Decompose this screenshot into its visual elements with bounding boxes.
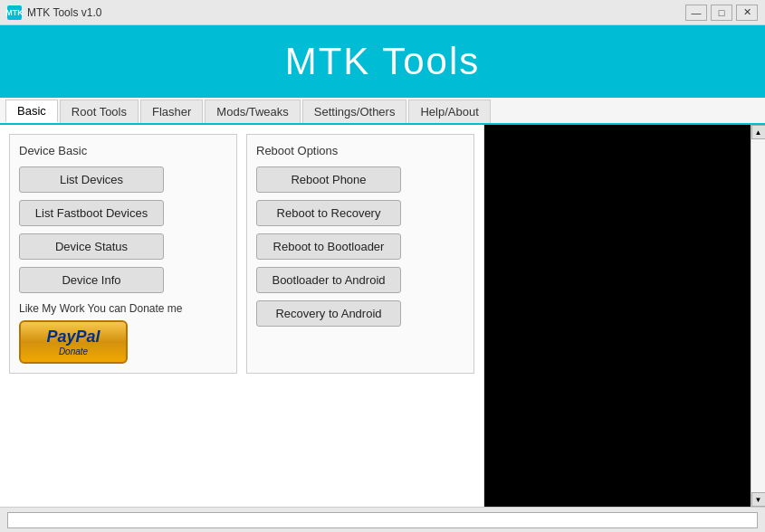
tab-flasher[interactable]: Flasher — [140, 100, 203, 123]
app-header: MTK Tools — [0, 25, 765, 98]
app-icon: MTK — [7, 5, 22, 20]
window-title: MTK Tools v1.0 — [27, 6, 101, 19]
reboot-phone-button[interactable]: Reboot Phone — [256, 166, 401, 193]
tab-mods-tweaks[interactable]: Mods/Tweaks — [205, 100, 300, 123]
paypal-sub: Donate — [33, 347, 113, 356]
paypal-text: PayPal — [33, 328, 113, 347]
donate-section: Like My Work You can Donate me PayPal Do… — [19, 302, 227, 364]
donate-label: Like My Work You can Donate me — [19, 302, 227, 315]
scrollbar-up[interactable]: ▲ — [751, 125, 766, 139]
paypal-donate-button[interactable]: PayPal Donate — [19, 320, 128, 364]
status-input[interactable] — [7, 512, 758, 528]
tab-help-about[interactable]: Help/About — [408, 100, 490, 123]
reboot-options-label: Reboot Options — [256, 144, 464, 157]
device-info-button[interactable]: Device Info — [19, 267, 164, 293]
app-title: MTK Tools — [285, 40, 481, 83]
scrollbar-track[interactable] — [751, 139, 766, 492]
scrollbar: ▲ ▼ — [751, 125, 765, 507]
tab-root-tools[interactable]: Root Tools — [60, 100, 139, 123]
left-panel: Device Basic List Devices List Fastboot … — [0, 125, 484, 507]
tab-settings-others[interactable]: Settings/Others — [302, 100, 407, 123]
status-bar — [0, 507, 765, 532]
tab-basic[interactable]: Basic — [5, 100, 58, 123]
reboot-to-bootloader-button[interactable]: Reboot to Bootloader — [256, 233, 401, 260]
two-col-layout: Device Basic List Devices List Fastboot … — [9, 134, 474, 374]
maximize-button[interactable]: □ — [711, 5, 732, 21]
reboot-options-section: Reboot Options Reboot Phone Reboot to Re… — [246, 134, 474, 374]
output-panel: ▲ ▼ — [484, 125, 765, 507]
list-fastboot-devices-button[interactable]: List Fastboot Devices — [19, 200, 164, 226]
minimize-button[interactable]: — — [685, 5, 707, 21]
recovery-to-android-button[interactable]: Recovery to Android — [256, 300, 401, 327]
tab-bar: Basic Root Tools Flasher Mods/Tweaks Set… — [0, 98, 765, 125]
device-basic-section: Device Basic List Devices List Fastboot … — [9, 134, 237, 374]
close-button[interactable]: ✕ — [736, 5, 758, 21]
bootloader-to-android-button[interactable]: Bootloader to Android — [256, 267, 401, 293]
reboot-to-recovery-button[interactable]: Reboot to Recovery — [256, 200, 401, 226]
scrollbar-down[interactable]: ▼ — [751, 492, 766, 507]
device-status-button[interactable]: Device Status — [19, 233, 164, 260]
window-controls: — □ ✕ — [685, 5, 758, 21]
device-basic-label: Device Basic — [19, 144, 227, 157]
title-bar: MTK MTK Tools v1.0 — □ ✕ — [0, 0, 765, 25]
main-content: Device Basic List Devices List Fastboot … — [0, 125, 765, 507]
title-bar-left: MTK MTK Tools v1.0 — [7, 5, 101, 20]
list-devices-button[interactable]: List Devices — [19, 166, 164, 193]
